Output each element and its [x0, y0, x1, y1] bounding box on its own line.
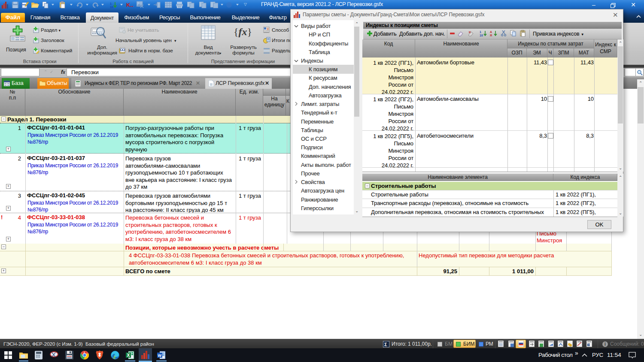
svg-text:Σ: Σ [384, 342, 387, 347]
svg-text:10: 10 [480, 34, 483, 37]
svg-text:X: X [127, 353, 130, 358]
svg-text:А: А [490, 30, 492, 33]
svg-text:W: W [158, 353, 162, 358]
svg-text:1: 1 [480, 30, 481, 33]
svg-text:Я: Я [490, 34, 492, 37]
